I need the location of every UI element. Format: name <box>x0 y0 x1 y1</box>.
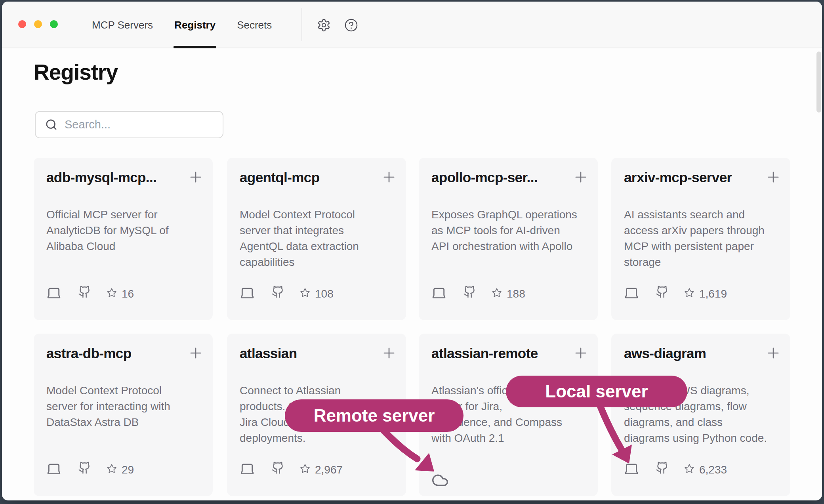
cloud-icon <box>431 472 449 489</box>
server-description: AI assistants search andaccess arXiv pap… <box>624 207 780 270</box>
github-icon[interactable] <box>271 461 284 474</box>
server-card-astra-db-mcp[interactable]: astra-db-mcp Model Context Protocolserve… <box>34 334 213 496</box>
add-server-button[interactable] <box>572 345 589 361</box>
star-count: 6,233 <box>699 464 727 476</box>
star-icon <box>107 464 117 474</box>
star-count: 188 <box>507 288 525 300</box>
star-icon <box>492 288 502 298</box>
star-count: 29 <box>122 464 134 476</box>
search-box <box>35 111 223 138</box>
star-count: 1,619 <box>699 288 727 300</box>
card-footer: 2,967 <box>240 461 398 479</box>
server-card-arxiv-mcp-server[interactable]: arxiv-mcp-server AI assistants search an… <box>611 158 790 320</box>
add-server-button[interactable] <box>381 169 397 185</box>
star-icon <box>684 288 694 298</box>
plus-icon <box>765 169 782 185</box>
help-button[interactable] <box>343 17 359 32</box>
server-card-adb-mysql-mcp[interactable]: adb-mysql-mcp... Official MCP server for… <box>34 158 213 320</box>
search-input[interactable] <box>65 118 207 131</box>
plus-icon <box>572 345 589 361</box>
titlebar: MCP Servers Registry Secrets <box>2 2 822 48</box>
laptop-icon <box>240 461 255 476</box>
server-card-apollo-mcp-server[interactable]: apollo-mcp-ser... Exposes GraphQL operat… <box>419 158 598 320</box>
add-server-button[interactable] <box>572 169 589 185</box>
search-icon <box>45 118 57 131</box>
add-server-button[interactable] <box>765 169 782 185</box>
gear-icon <box>317 18 331 32</box>
server-card-agentql-mcp[interactable]: agentql-mcp Model Context Protocolserver… <box>227 158 406 320</box>
github-icon[interactable] <box>463 285 476 298</box>
tab-secrets[interactable]: Secrets <box>237 2 272 48</box>
github-icon[interactable] <box>656 285 669 298</box>
star-count: 16 <box>122 288 134 300</box>
server-description: Exposes GraphQL operationsas MCP tools f… <box>431 207 588 254</box>
server-name: astra-db-mcp <box>46 346 132 361</box>
server-description: Model Context Protocolserver for interac… <box>46 383 203 430</box>
help-icon <box>344 18 358 32</box>
server-name: atlassian-remote <box>431 346 538 361</box>
laptop-icon <box>240 285 255 300</box>
plus-icon <box>381 345 397 361</box>
settings-button[interactable] <box>316 17 331 32</box>
traffic-light-close[interactable] <box>18 20 26 28</box>
server-name: arxiv-mcp-server <box>624 170 732 185</box>
card-footer: 108 <box>240 285 398 304</box>
traffic-light-minimize[interactable] <box>34 20 42 28</box>
tab-mcp-servers[interactable]: MCP Servers <box>92 2 153 48</box>
app-window: MCP Servers Registry Secrets Registry ad… <box>2 2 822 500</box>
star-count: 2,967 <box>315 464 343 476</box>
card-footer: 188 <box>431 285 590 304</box>
add-server-button[interactable] <box>187 169 204 185</box>
callout-remote-server: Remote server <box>285 399 464 432</box>
laptop-icon <box>46 461 61 476</box>
traffic-light-zoom[interactable] <box>50 20 58 28</box>
star-count: 108 <box>315 288 334 300</box>
add-server-button[interactable] <box>765 345 782 361</box>
add-server-button[interactable] <box>381 345 397 361</box>
card-footer: 16 <box>46 285 205 304</box>
card-footer <box>431 461 590 479</box>
server-name: apollo-mcp-ser... <box>431 170 538 185</box>
star-icon <box>300 464 310 474</box>
scrollbar-thumb[interactable] <box>816 52 821 113</box>
plus-icon <box>187 169 204 185</box>
plus-icon <box>187 345 204 361</box>
server-name: aws-diagram <box>624 346 706 361</box>
star-icon <box>684 464 694 474</box>
card-footer: 29 <box>46 461 205 479</box>
star-icon <box>107 288 117 298</box>
card-footer: 6,233 <box>624 461 782 479</box>
plus-icon <box>381 169 397 185</box>
card-footer: 1,619 <box>624 285 782 304</box>
server-card-aws-diagram[interactable]: aws-diagram Generate AWS diagrams,sequen… <box>611 334 790 496</box>
callout-local-server: Local server <box>506 376 687 407</box>
github-icon[interactable] <box>656 461 669 474</box>
add-server-button[interactable] <box>187 345 204 361</box>
github-icon[interactable] <box>271 285 284 298</box>
plus-icon <box>572 169 589 185</box>
server-name: atlassian <box>240 346 297 361</box>
github-icon[interactable] <box>78 461 91 474</box>
laptop-icon <box>624 461 639 476</box>
star-icon <box>300 288 310 298</box>
plus-icon <box>765 345 782 361</box>
tab-bar: MCP Servers Registry Secrets <box>92 2 272 48</box>
tab-registry[interactable]: Registry <box>174 2 216 48</box>
server-name: adb-mysql-mcp... <box>46 170 156 185</box>
laptop-icon <box>624 285 639 300</box>
server-description: Official MCP server forAnalyticDB for My… <box>46 207 203 254</box>
desktop-background: MCP Servers Registry Secrets Registry ad… <box>0 0 824 504</box>
page-title: Registry <box>34 59 118 85</box>
laptop-icon <box>46 285 61 300</box>
server-description: Model Context Protocolserver that integr… <box>240 207 396 270</box>
laptop-icon <box>431 285 446 300</box>
github-icon[interactable] <box>78 285 91 298</box>
titlebar-divider <box>301 8 302 41</box>
server-name: agentql-mcp <box>240 170 319 185</box>
